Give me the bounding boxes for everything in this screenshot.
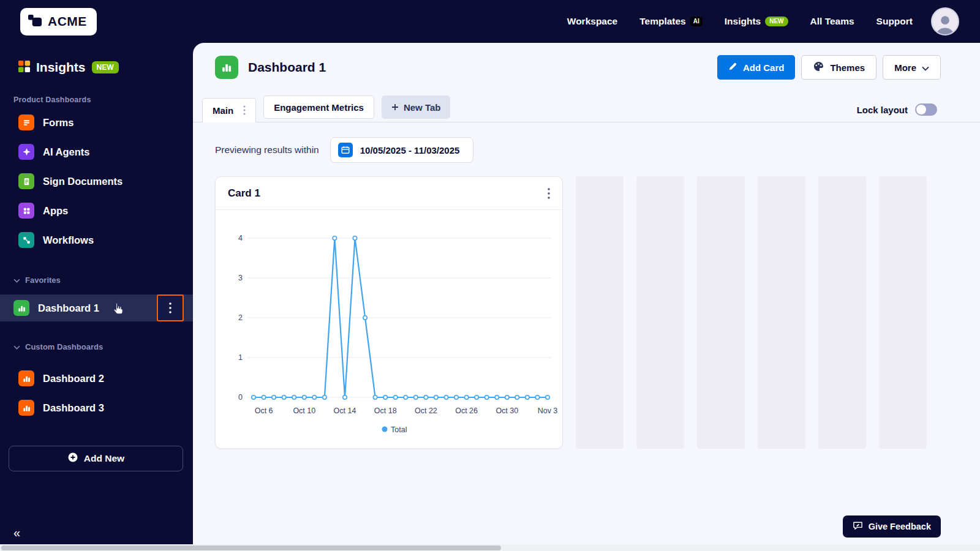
new-badge: NEW — [765, 17, 788, 26]
chevron-down-icon — [13, 342, 20, 351]
tab-menu-icon[interactable] — [243, 105, 246, 115]
dashboard-3-icon — [18, 400, 34, 416]
svg-text:Oct 10: Oct 10 — [293, 407, 315, 415]
tab-bar: Main Engagement Metrics New Tab Lock lay… — [193, 96, 980, 122]
acme-logo[interactable]: ACME — [20, 8, 97, 36]
horizontal-scrollbar-thumb[interactable] — [1, 545, 501, 550]
header-actions: Add Card Themes More — [717, 55, 941, 80]
grid-placeholder-column — [758, 176, 805, 449]
plus-icon — [391, 102, 399, 113]
top-navigation: Workspace Templates AI Insights NEW All … — [567, 16, 913, 27]
cursor-pointer — [111, 302, 124, 318]
svg-text:Oct 26: Oct 26 — [455, 407, 478, 415]
sign-documents-icon — [18, 173, 34, 189]
nav-templates[interactable]: Templates AI — [639, 16, 703, 27]
card-menu-button[interactable] — [548, 188, 550, 199]
card-1[interactable]: Card 1 01234Oct 6Oct 10Oct 14Oct 18Oct 2… — [215, 176, 563, 449]
add-card-button[interactable]: Add Card — [717, 55, 796, 80]
nav-insights[interactable]: Insights NEW — [725, 16, 788, 27]
card-title: Card 1 — [228, 187, 260, 200]
pen-icon — [728, 62, 737, 73]
topbar: ACME Workspace Templates AI Insights NEW… — [0, 0, 980, 43]
more-button[interactable]: More — [883, 55, 941, 80]
acme-logo-icon — [28, 13, 43, 31]
svg-text:Oct 14: Oct 14 — [334, 407, 356, 415]
sidebar-item-ai-agents[interactable]: AI Agents — [0, 137, 193, 167]
user-avatar[interactable] — [931, 7, 959, 36]
ai-agents-icon — [18, 144, 34, 160]
tab-engagement-metrics[interactable]: Engagement Metrics — [263, 96, 374, 119]
chevron-down-icon — [13, 276, 20, 285]
lock-layout-label: Lock layout — [857, 105, 908, 115]
feedback-bubble-icon — [853, 520, 863, 533]
grid-placeholder-column — [879, 176, 927, 449]
line-chart: 01234Oct 6Oct 10Oct 14Oct 18Oct 22Oct 26… — [216, 210, 562, 448]
svg-text:3: 3 — [238, 274, 243, 282]
nav-all-teams[interactable]: All Teams — [810, 16, 854, 27]
ai-badge: AI — [690, 17, 703, 26]
dashboard-grid: Card 1 01234Oct 6Oct 10Oct 14Oct 18Oct 2… — [215, 176, 941, 449]
chart-svg: 01234Oct 6Oct 10Oct 14Oct 18Oct 22Oct 26… — [221, 214, 559, 445]
give-feedback-button[interactable]: Give Feedback — [843, 515, 941, 538]
page-title: Dashboard 1 — [248, 60, 326, 75]
sidebar-item-workflows[interactable]: Workflows — [0, 225, 193, 255]
grid-placeholder-column — [818, 176, 866, 449]
sidebar-item-dashboard-3[interactable]: Dashboard 3 — [0, 393, 193, 422]
preview-label: Previewing results within — [215, 144, 319, 156]
svg-text:Total: Total — [391, 425, 407, 434]
nav-workspace[interactable]: Workspace — [567, 16, 617, 27]
sidebar-app-title: Insights — [36, 60, 86, 75]
svg-text:4: 4 — [238, 234, 243, 242]
add-new-button[interactable]: Add New — [9, 446, 183, 471]
toggle-knob — [916, 105, 926, 114]
custom-dashboards-list: Dashboard 2 Dashboard 3 — [0, 364, 193, 422]
horizontal-scrollbar-track[interactable] — [0, 544, 980, 551]
grid-placeholder-column — [576, 176, 624, 449]
main-panel: Dashboard 1 Add Card Themes More — [193, 43, 980, 551]
chevron-down-icon — [922, 62, 929, 73]
sidebar-app-title-row: Insights NEW — [18, 60, 193, 75]
nav-support[interactable]: Support — [876, 16, 913, 27]
product-dashboards-label: Product Dashboards — [13, 96, 193, 104]
custom-dashboards-header[interactable]: Custom Dashboards — [13, 342, 193, 351]
card-header: Card 1 — [216, 177, 562, 210]
sidebar-item-sign-documents[interactable]: Sign Documents — [0, 167, 193, 196]
svg-text:2: 2 — [238, 313, 243, 322]
themes-button[interactable]: Themes — [801, 55, 876, 80]
dashboard-icon — [215, 56, 238, 79]
forms-icon — [18, 114, 34, 130]
palette-icon — [813, 61, 824, 74]
dashboard-1-icon — [13, 300, 29, 316]
sidebar-item-apps[interactable]: Apps — [0, 196, 193, 225]
workflows-icon — [18, 232, 34, 248]
dashboard-1-menu-button[interactable] — [157, 294, 184, 321]
sidebar-new-badge: NEW — [92, 61, 119, 73]
svg-text:Oct 22: Oct 22 — [415, 407, 437, 415]
svg-text:Nov 3: Nov 3 — [538, 407, 558, 415]
sidebar-item-dashboard-1[interactable]: Dashboard 1 — [0, 294, 193, 321]
svg-text:Oct 6: Oct 6 — [255, 407, 273, 415]
apps-icon — [18, 203, 34, 219]
sidebar: Insights NEW Product Dashboards Forms AI… — [0, 43, 193, 551]
grid-placeholder-column — [636, 176, 684, 449]
plus-circle-icon — [67, 452, 78, 465]
calendar-icon — [338, 143, 353, 157]
insights-logo-icon — [18, 61, 30, 75]
sidebar-item-dashboard-2[interactable]: Dashboard 2 — [0, 364, 193, 393]
logo-text: ACME — [48, 14, 87, 29]
date-range-picker[interactable]: 10/05/2025 - 11/03/2025 — [330, 137, 474, 163]
lock-layout-area: Lock layout — [857, 103, 937, 116]
tab-main[interactable]: Main — [202, 98, 256, 122]
lock-layout-toggle[interactable] — [915, 103, 937, 116]
svg-text:1: 1 — [238, 353, 243, 362]
preview-row: Previewing results within 10/05/2025 - 1… — [193, 122, 980, 163]
sidebar-item-forms[interactable]: Forms — [0, 108, 193, 137]
grid-placeholder-column — [697, 176, 745, 449]
favorites-header[interactable]: Favorites — [13, 276, 193, 285]
svg-text:Oct 30: Oct 30 — [496, 407, 518, 415]
date-range-value: 10/05/2025 - 11/03/2025 — [360, 145, 460, 156]
dashboard-header: Dashboard 1 Add Card Themes More — [193, 43, 980, 80]
new-tab-button[interactable]: New Tab — [382, 96, 451, 119]
collapse-sidebar-button[interactable]: « — [13, 526, 20, 540]
svg-text:0: 0 — [238, 393, 243, 402]
